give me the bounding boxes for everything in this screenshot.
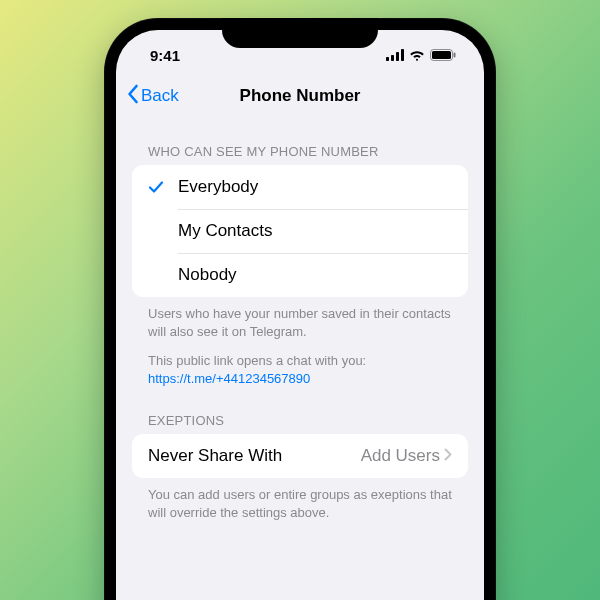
content: WHO CAN SEE MY PHONE NUMBER Everybody My… xyxy=(116,118,484,521)
row-label: Never Share With xyxy=(148,446,282,466)
wifi-icon xyxy=(409,49,425,61)
visibility-group: Everybody My Contacts Nobody xyxy=(132,165,468,297)
link-intro: This public link opens a chat with you: xyxy=(148,353,366,368)
checkmark-icon xyxy=(148,179,178,195)
never-share-with-row[interactable]: Never Share With Add Users xyxy=(132,434,468,478)
notch xyxy=(222,18,378,48)
page-title: Phone Number xyxy=(240,86,361,106)
exceptions-footer: You can add users or entire groups as ex… xyxy=(132,478,468,521)
visibility-option-nobody[interactable]: Nobody xyxy=(132,253,468,297)
svg-rect-5 xyxy=(432,51,451,59)
phone-frame: 9:41 Back Phone Number xyxy=(104,18,496,600)
chevron-left-icon xyxy=(126,84,139,109)
visibility-footer-2: This public link opens a chat with you: … xyxy=(132,340,468,387)
status-time: 9:41 xyxy=(144,41,180,64)
svg-rect-0 xyxy=(386,57,389,61)
back-label: Back xyxy=(141,86,179,106)
visibility-footer-1: Users who have your number saved in thei… xyxy=(132,297,468,340)
option-label: Everybody xyxy=(178,177,258,197)
option-label: My Contacts xyxy=(178,221,272,241)
row-value: Add Users xyxy=(361,446,452,466)
screen: 9:41 Back Phone Number xyxy=(116,30,484,600)
row-value-text: Add Users xyxy=(361,446,440,466)
cellular-icon xyxy=(386,49,404,61)
chevron-right-icon xyxy=(444,446,452,466)
status-indicators xyxy=(386,43,456,61)
visibility-section-header: WHO CAN SEE MY PHONE NUMBER xyxy=(132,118,468,165)
exceptions-section-header: EXEPTIONS xyxy=(132,387,468,434)
battery-icon xyxy=(430,49,456,61)
visibility-option-my-contacts[interactable]: My Contacts xyxy=(132,209,468,253)
nav-bar: Back Phone Number xyxy=(116,74,484,118)
back-button[interactable]: Back xyxy=(126,84,179,109)
exceptions-group: Never Share With Add Users xyxy=(132,434,468,478)
svg-rect-2 xyxy=(396,52,399,61)
svg-rect-3 xyxy=(401,49,404,61)
visibility-option-everybody[interactable]: Everybody xyxy=(132,165,468,209)
option-label: Nobody xyxy=(178,265,237,285)
public-link[interactable]: https://t.me/+441234567890 xyxy=(148,371,310,386)
svg-rect-6 xyxy=(454,53,456,58)
svg-rect-1 xyxy=(391,55,394,61)
